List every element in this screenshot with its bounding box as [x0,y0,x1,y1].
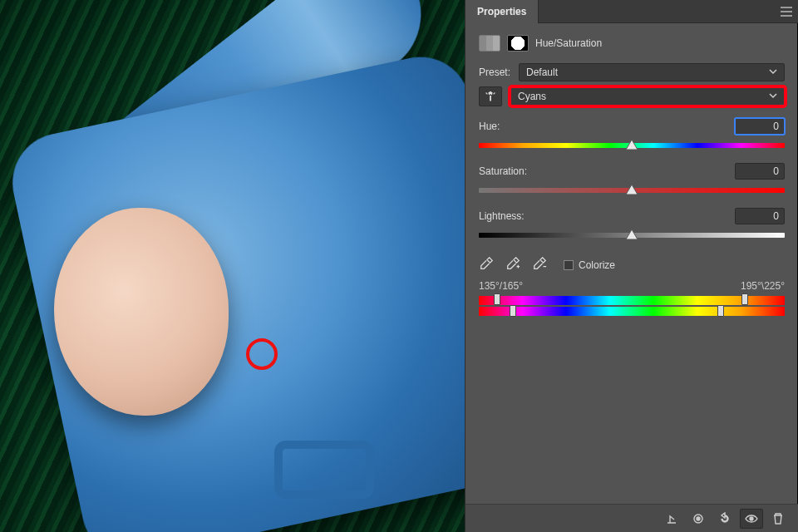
hue-input[interactable]: 0 [735,118,785,135]
targeted-adjustment-button[interactable] [479,86,502,106]
adjustment-name: Hue/Saturation [535,37,602,49]
preset-label: Preset: [479,66,510,78]
adjustment-thumbnail-icon[interactable] [479,35,500,52]
saturation-slider-thumb[interactable] [626,185,638,195]
view-previous-state-button[interactable] [687,509,710,529]
eyedropper-icon[interactable] [479,256,494,273]
hue-slider-thumb[interactable] [626,140,638,150]
range-marker-outer-left[interactable] [494,293,500,318]
chevron-down-icon [769,91,777,102]
range-marker-inner-left[interactable] [510,293,516,318]
hue-label: Hue: [479,121,500,132]
color-range-spectrum[interactable] [479,295,785,317]
hue-slider[interactable] [479,140,785,151]
colorize-checkbox[interactable]: Colorize [564,259,615,271]
tab-properties[interactable]: Properties [466,0,539,23]
layer-mask-thumbnail-icon[interactable] [507,35,529,52]
saturation-input[interactable]: 0 [735,163,785,180]
properties-panel: Properties Hue/Saturation Preset: Defaul… [466,0,798,532]
delete-adjustment-button[interactable] [766,509,790,529]
lightness-slider-thumb[interactable] [626,229,638,239]
panel-footer [466,504,798,532]
reset-button[interactable] [713,509,736,529]
photo-subject-belt [274,441,374,499]
lightness-input[interactable]: 0 [735,208,785,224]
photo-subject-face [54,208,229,416]
color-range-value: Cyans [518,91,546,102]
chevron-down-icon [769,66,777,78]
panel-tabbar: Properties [466,0,798,23]
clip-to-layer-button[interactable] [660,509,683,529]
panel-menu-icon[interactable] [775,0,798,23]
toggle-visibility-button[interactable] [740,509,763,529]
colorize-label: Colorize [579,259,615,271]
checkbox-box-icon [564,260,574,270]
annotation-sample-circle [246,338,278,370]
range-falloff-left: 135°/165° [479,280,523,292]
preset-select[interactable]: Default [519,63,785,81]
eyedropper-add-icon[interactable] [505,256,520,273]
lightness-label: Lightness: [479,210,525,222]
preset-value: Default [526,66,558,78]
saturation-slider[interactable] [479,185,785,196]
spectrum-top-bar [479,296,785,305]
svg-point-2 [750,517,753,520]
lightness-slider[interactable] [479,229,785,241]
saturation-label: Saturation: [479,165,527,177]
range-marker-inner-right[interactable] [717,293,724,318]
color-range-select[interactable]: Cyans [510,87,785,106]
svg-point-1 [697,517,700,520]
range-falloff-right: 195°\225° [741,280,785,292]
eyedropper-subtract-icon[interactable] [532,256,547,273]
spectrum-bottom-bar [479,307,785,316]
range-marker-outer-right[interactable] [741,293,748,318]
